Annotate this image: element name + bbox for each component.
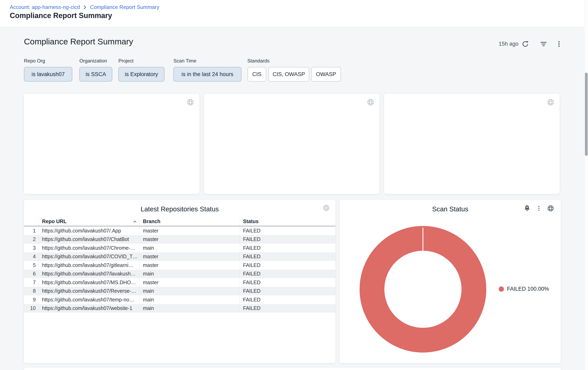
next-panel-partial bbox=[24, 368, 561, 370]
table-row: 4 https://github.com/lavakush07/COVID_T…… bbox=[24, 252, 336, 261]
cell-status: FAILED bbox=[240, 244, 336, 252]
cell-branch: main bbox=[139, 244, 240, 252]
scan-status-donut-chart[interactable] bbox=[360, 226, 486, 352]
sort-ascending-icon bbox=[133, 220, 137, 223]
kebab-menu-icon[interactable] bbox=[555, 40, 563, 49]
filter-chip-project[interactable]: is Exploratory bbox=[118, 67, 165, 81]
filter-chip-scan-time[interactable]: is in the last 24 hours bbox=[173, 67, 242, 81]
cell-status: FAILED bbox=[240, 295, 336, 304]
cell-status: FAILED bbox=[240, 270, 336, 278]
globe-icon[interactable] bbox=[186, 98, 195, 106]
table-row: 2 https://github.com/lavakush07/ChatBot … bbox=[24, 235, 336, 244]
cell-repo-url: https://github.com/lavakush07/Chrome-… bbox=[39, 244, 139, 252]
cell-branch: master bbox=[139, 278, 240, 287]
cell-row-number: 7 bbox=[24, 278, 39, 287]
column-header-repo-url[interactable]: Repo URL bbox=[39, 217, 139, 226]
cell-status: FAILED bbox=[240, 304, 336, 313]
cell-row-number: 1 bbox=[24, 226, 39, 235]
globe-icon[interactable] bbox=[367, 98, 375, 106]
chevron-right-icon bbox=[83, 5, 87, 9]
vertical-scrollbar[interactable] bbox=[584, 0, 588, 370]
cell-status: FAILED bbox=[240, 252, 336, 261]
cell-repo-url: https://github.com/lavakush07/MS.DHO… bbox=[39, 278, 139, 287]
table-row: 5 https://github.com/lavakush07/gitlearn… bbox=[24, 261, 336, 270]
standards-option-owasp[interactable]: OWASP bbox=[311, 67, 341, 81]
filter-icon[interactable] bbox=[539, 40, 548, 49]
repositories-table: Repo URL Branch Status 1 https://github.… bbox=[24, 217, 336, 313]
scrollbar-thumb[interactable] bbox=[585, 73, 588, 156]
cell-repo-url: https://github.com/lavakush07/temp-no… bbox=[39, 295, 139, 304]
standards-option-cis-owasp[interactable]: CIS, OWASP bbox=[268, 67, 309, 81]
column-header-label: Repo URL bbox=[42, 219, 67, 224]
cell-row-number: 10 bbox=[24, 304, 39, 313]
cell-repo-url: https://github.com/lavakush07/.App bbox=[39, 226, 139, 235]
panel-title: Latest Repositories Status bbox=[24, 205, 336, 213]
cell-row-number: 9 bbox=[24, 295, 39, 304]
legend-label: FAILED 100.00% bbox=[507, 286, 549, 292]
cell-branch: master bbox=[139, 252, 240, 261]
legend-color-dot bbox=[499, 286, 504, 292]
cell-row-number: 3 bbox=[24, 244, 39, 252]
legend-item-failed[interactable]: FAILED 100.00% bbox=[499, 286, 549, 292]
column-header-branch[interactable]: Branch bbox=[139, 217, 240, 226]
filter-chip-organization[interactable]: is SSCA bbox=[79, 67, 112, 81]
column-header-status[interactable]: Status bbox=[240, 217, 336, 226]
cell-status: FAILED bbox=[240, 287, 336, 296]
cell-repo-url: https://github.com/lavakush07/Reverse-… bbox=[39, 287, 139, 296]
filter-label-project: Project bbox=[118, 58, 134, 64]
cell-branch: main bbox=[139, 270, 240, 278]
table-row: 7 https://github.com/lavakush07/MS.DHO… … bbox=[24, 278, 336, 287]
table-row: 9 https://github.com/lavakush07/temp-no…… bbox=[24, 295, 336, 304]
breadcrumb-page-link[interactable]: Compliance Report Summary bbox=[90, 4, 159, 10]
page-title: Compliance Report Summary bbox=[10, 11, 112, 20]
cell-status: FAILED bbox=[240, 226, 336, 235]
cell-status: FAILED bbox=[240, 261, 336, 270]
globe-icon[interactable] bbox=[546, 204, 555, 213]
cell-row-number: 6 bbox=[24, 270, 39, 278]
stat-card-repos-passed: 0 Repos Passed bbox=[204, 94, 379, 194]
cell-repo-url: https://github.com/lavakush07/gitlearni… bbox=[39, 261, 139, 270]
scan-status-panel: Scan Status bbox=[340, 200, 561, 363]
donut-segment-failed[interactable] bbox=[372, 238, 474, 340]
filter-label-repo-org: Repo Org bbox=[24, 58, 45, 64]
cell-branch: main bbox=[139, 304, 240, 313]
cell-repo-url: https://github.com/lavakush07/lavakush… bbox=[39, 270, 139, 278]
alert-bell-icon[interactable] bbox=[523, 204, 532, 213]
page-header: Account: app-harness-ng-cicd Compliance … bbox=[0, 0, 588, 27]
cell-status: FAILED bbox=[240, 278, 336, 287]
table-header-row: Repo URL Branch Status bbox=[24, 217, 336, 226]
cell-row-number: 8 bbox=[24, 287, 39, 296]
kebab-menu-icon[interactable] bbox=[534, 204, 543, 213]
cell-repo-url: https://github.com/lavakush07/website-1 bbox=[39, 304, 139, 313]
filter-label-scan-time: Scan Time bbox=[173, 58, 196, 64]
screen: Account: app-harness-ng-cicd Compliance … bbox=[0, 0, 588, 370]
filter-label-organization: Organization bbox=[79, 58, 107, 64]
cell-status: FAILED bbox=[240, 235, 336, 244]
cell-repo-url: https://github.com/lavakush07/ChatBot bbox=[39, 235, 139, 244]
cell-repo-url: https://github.com/lavakush07/COVID_T… bbox=[39, 252, 139, 261]
stat-card-repos-failed: 10 Repos Failed bbox=[384, 94, 560, 194]
table-row: 6 https://github.com/lavakush07/lavakush… bbox=[24, 270, 336, 278]
dashboard-title: Compliance Report Summary bbox=[24, 37, 133, 46]
breadcrumb-account-link[interactable]: Account: app-harness-ng-cicd bbox=[10, 4, 80, 10]
last-refresh-time: 15h ago bbox=[499, 41, 519, 47]
table-row: 1 https://github.com/lavakush07/.App mas… bbox=[24, 226, 336, 235]
table-row: 10 https://github.com/lavakush07/website… bbox=[24, 304, 336, 313]
cell-branch: master bbox=[139, 235, 240, 244]
refresh-icon[interactable] bbox=[521, 40, 530, 49]
table-row: 8 https://github.com/lavakush07/Reverse-… bbox=[24, 287, 336, 296]
standards-option-cis[interactable]: CIS bbox=[248, 67, 266, 81]
cell-branch: main bbox=[139, 287, 240, 296]
cell-branch: master bbox=[139, 261, 240, 270]
cell-branch: main bbox=[139, 295, 240, 304]
latest-repositories-panel: Latest Repositories Status Repo URL Bran… bbox=[24, 200, 336, 363]
filter-chip-repo-org[interactable]: is lavakush07 bbox=[24, 67, 72, 81]
globe-icon[interactable] bbox=[546, 98, 555, 106]
filter-label-standards: Standards bbox=[247, 58, 269, 64]
cell-row-number: 4 bbox=[24, 252, 39, 261]
cell-branch: master bbox=[139, 226, 240, 235]
cell-row-number: 5 bbox=[24, 261, 39, 270]
globe-icon[interactable] bbox=[322, 204, 330, 212]
scan-panel-toolbar bbox=[523, 204, 555, 213]
table-body: 1 https://github.com/lavakush07/.App mas… bbox=[24, 226, 336, 313]
